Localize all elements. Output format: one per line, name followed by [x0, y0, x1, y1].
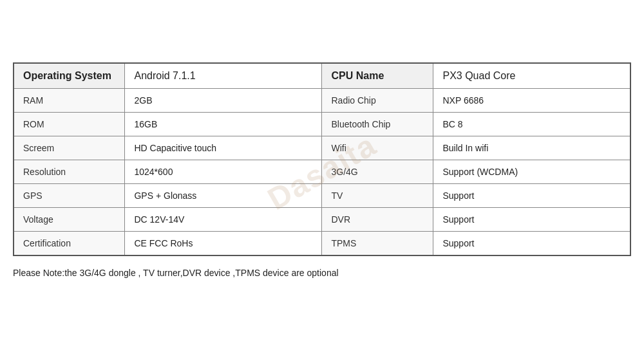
row-0-left-value: 2GB [125, 89, 322, 113]
row-0-right-label: Radio Chip [322, 89, 433, 113]
table-row: RAM2GBRadio ChipNXP 6686 [14, 89, 630, 113]
header-row: Operating System Android 7.1.1 CPU Name … [14, 63, 630, 89]
table-row: VoltageDC 12V-14VDVRSupport [14, 208, 630, 232]
row-2-left-value: HD Capacitive touch [125, 136, 322, 160]
table-row: ROM16GBBluetooth ChipBC 8 [14, 113, 630, 136]
cpu-label-header: CPU Name [322, 63, 433, 89]
table-row: CertificationCE FCC RoHsTPMSSupport [14, 232, 630, 256]
row-4-right-label: TV [322, 184, 433, 208]
row-3-left-value: 1024*600 [125, 160, 322, 184]
table-row: ScreemHD Capacitive touchWifiBuild In wi… [14, 136, 630, 160]
row-4-right-value: Support [433, 184, 630, 208]
note-text: Please Note:the 3G/4G dongle , TV turner… [13, 265, 631, 281]
row-1-right-label: Bluetooth Chip [322, 113, 433, 136]
row-6-right-label: TPMS [322, 232, 433, 256]
table-row: Resolution1024*6003G/4GSupport (WCDMA) [14, 160, 630, 184]
os-value-header: Android 7.1.1 [125, 63, 322, 89]
row-3-left-label: Resolution [14, 160, 125, 184]
row-4-left-label: GPS [14, 184, 125, 208]
row-6-left-value: CE FCC RoHs [125, 232, 322, 256]
row-0-left-label: RAM [14, 89, 125, 113]
table-row: GPSGPS + GlonassTVSupport [14, 184, 630, 208]
row-6-left-label: Certification [14, 232, 125, 256]
row-5-right-label: DVR [322, 208, 433, 232]
row-3-right-label: 3G/4G [322, 160, 433, 184]
row-2-right-label: Wifi [322, 136, 433, 160]
row-5-right-value: Support [433, 208, 630, 232]
row-0-right-value: NXP 6686 [433, 89, 630, 113]
row-6-right-value: Support [433, 232, 630, 256]
row-4-left-value: GPS + Glonass [125, 184, 322, 208]
row-5-left-label: Voltage [14, 208, 125, 232]
row-1-right-value: BC 8 [433, 113, 630, 136]
spec-container: Dasaita Operating System Android 7.1.1 C… [13, 62, 631, 281]
row-3-right-value: Support (WCDMA) [433, 160, 630, 184]
row-2-left-label: Screem [14, 136, 125, 160]
cpu-value-header: PX3 Quad Core [433, 63, 630, 89]
spec-table: Operating System Android 7.1.1 CPU Name … [13, 62, 631, 256]
row-5-left-value: DC 12V-14V [125, 208, 322, 232]
row-1-left-value: 16GB [125, 113, 322, 136]
row-1-left-label: ROM [14, 113, 125, 136]
row-2-right-value: Build In wifi [433, 136, 630, 160]
os-label-header: Operating System [14, 63, 125, 89]
